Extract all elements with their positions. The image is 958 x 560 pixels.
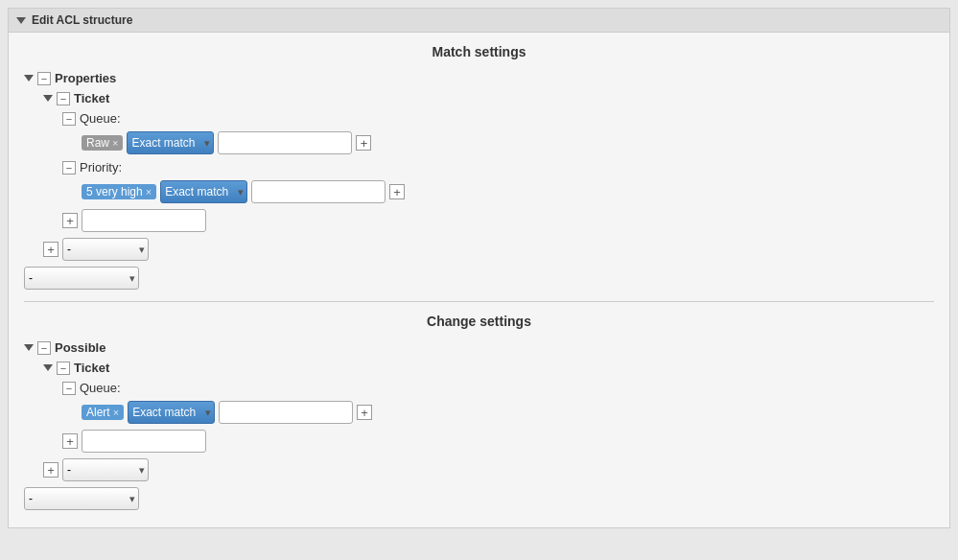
change-ticket-label: Ticket xyxy=(74,361,109,375)
queue-tag-remove[interactable]: × xyxy=(112,137,118,149)
match-dropdown2-row: - Queue Priority State Type xyxy=(24,267,934,290)
change-add-property-input[interactable] xyxy=(82,430,206,453)
possible-label: Possible xyxy=(55,340,105,355)
match-dropdown1-row: + - Queue Priority State Type xyxy=(43,238,934,261)
change-dropdown2-wrapper: - Queue Priority State Type xyxy=(24,487,139,510)
ticket-minus-box[interactable]: − xyxy=(57,92,70,105)
change-queue-tag-remove[interactable]: × xyxy=(113,407,119,418)
match-queue-section: − Queue: xyxy=(62,111,934,126)
collapse-icon[interactable] xyxy=(16,17,26,24)
match-settings-title: Match settings xyxy=(24,44,934,59)
match-dropdown1[interactable]: - Queue Priority State Type xyxy=(62,238,149,261)
ticket-collapse-icon[interactable] xyxy=(43,95,53,102)
priority-tag: 5 very high × xyxy=(82,184,156,199)
match-dropdown1-wrapper: - Queue Priority State Type xyxy=(62,238,149,261)
priority-match-input[interactable] xyxy=(251,180,386,203)
match-ticket-row: − Ticket xyxy=(43,91,934,105)
priority-add-button[interactable]: + xyxy=(389,184,405,199)
queue-match-select-wrapper: Exact match Contains Starts with Ends wi… xyxy=(127,131,214,154)
queue-label: Queue: xyxy=(80,111,121,126)
change-queue-tag: Alert × xyxy=(82,405,124,420)
change-dropdown1-wrapper: - Queue Priority State Type xyxy=(62,458,149,481)
change-add-property-plus[interactable]: + xyxy=(62,433,78,449)
queue-minus-box[interactable]: − xyxy=(62,112,76,126)
properties-row: − Properties xyxy=(24,71,934,85)
panel-header: Edit ACL structure xyxy=(9,9,949,33)
match-priority-section: − Priority: xyxy=(62,160,934,175)
possible-minus-box[interactable]: − xyxy=(37,341,51,355)
queue-match-select[interactable]: Exact match Contains Starts with Ends wi… xyxy=(127,131,214,154)
change-queue-match-input[interactable] xyxy=(219,401,353,424)
change-queue-row: Alert × Exact match Contains Starts with… xyxy=(82,401,934,424)
match-queue-row: Raw × Exact match Contains Starts with E… xyxy=(82,131,934,154)
queue-match-input[interactable] xyxy=(218,131,352,154)
possible-row: − Possible xyxy=(24,340,934,355)
change-dropdown2-row: - Queue Priority State Type xyxy=(24,487,934,510)
ticket-label: Ticket xyxy=(74,91,109,105)
properties-label: Properties xyxy=(55,71,116,85)
priority-label: Priority: xyxy=(80,160,122,175)
possible-collapse-icon[interactable] xyxy=(24,344,34,351)
match-priority-row: 5 very high × Exact match Contains Start… xyxy=(82,180,934,203)
change-queue-match-select[interactable]: Exact match Contains Starts with Ends wi… xyxy=(128,401,215,424)
change-queue-label: Queue: xyxy=(80,381,121,395)
change-dropdown1[interactable]: - Queue Priority State Type xyxy=(62,458,149,481)
match-dropdown2-wrapper: - Queue Priority State Type xyxy=(24,267,139,290)
priority-match-select-wrapper: Exact match Contains Starts with Ends wi… xyxy=(160,180,247,203)
change-dropdown1-row: + - Queue Priority State Type xyxy=(43,458,934,481)
panel-body: Match settings − Properties − Ticket − Q… xyxy=(9,33,949,527)
queue-tag: Raw × xyxy=(82,135,123,151)
match-add-property-input[interactable] xyxy=(82,209,206,232)
change-settings-title: Change settings xyxy=(24,314,934,329)
priority-minus-box[interactable]: − xyxy=(62,161,76,175)
change-add-property-row: + xyxy=(62,430,934,453)
change-settings-section: Change settings − Possible − Ticket − Qu… xyxy=(24,314,934,510)
change-dropdown2[interactable]: - Queue Priority State Type xyxy=(24,487,139,510)
priority-match-select[interactable]: Exact match Contains Starts with Ends wi… xyxy=(160,180,247,203)
section-divider xyxy=(24,301,934,302)
queue-add-button[interactable]: + xyxy=(356,135,371,151)
match-add-property-row: + xyxy=(62,209,934,232)
acl-panel: Edit ACL structure Match settings − Prop… xyxy=(8,8,950,528)
match-dropdown1-plus[interactable]: + xyxy=(43,242,58,257)
change-queue-section: − Queue: xyxy=(62,381,934,395)
properties-collapse-icon[interactable] xyxy=(24,75,34,82)
change-queue-match-select-wrapper: Exact match Contains Starts with Ends wi… xyxy=(128,401,215,424)
match-settings-section: Match settings − Properties − Ticket − Q… xyxy=(24,44,934,290)
change-ticket-collapse-icon[interactable] xyxy=(43,364,53,371)
match-add-property-plus[interactable]: + xyxy=(62,213,78,228)
panel-title: Edit ACL structure xyxy=(32,13,132,27)
change-dropdown1-plus[interactable]: + xyxy=(43,462,58,478)
change-queue-add-button[interactable]: + xyxy=(357,405,372,420)
properties-minus-box[interactable]: − xyxy=(37,72,51,85)
priority-tag-remove[interactable]: × xyxy=(146,186,152,198)
change-ticket-minus-box[interactable]: − xyxy=(57,362,70,375)
main-container: Edit ACL structure Match settings − Prop… xyxy=(0,8,958,560)
change-ticket-row: − Ticket xyxy=(43,361,934,375)
match-dropdown2[interactable]: - Queue Priority State Type xyxy=(24,267,139,290)
change-queue-minus-box[interactable]: − xyxy=(62,382,76,395)
